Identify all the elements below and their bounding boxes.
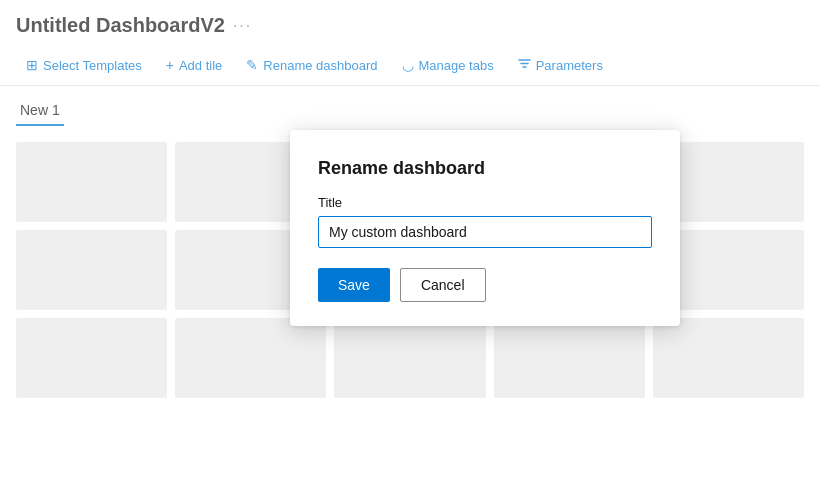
rename-dashboard-modal: Rename dashboard Title Save Cancel [290,130,680,326]
dashboard-title-input[interactable] [318,216,652,248]
save-button[interactable]: Save [318,268,390,302]
title-label: Title [318,195,652,210]
modal-buttons: Save Cancel [318,268,652,302]
cancel-button[interactable]: Cancel [400,268,486,302]
modal-title: Rename dashboard [318,158,652,179]
